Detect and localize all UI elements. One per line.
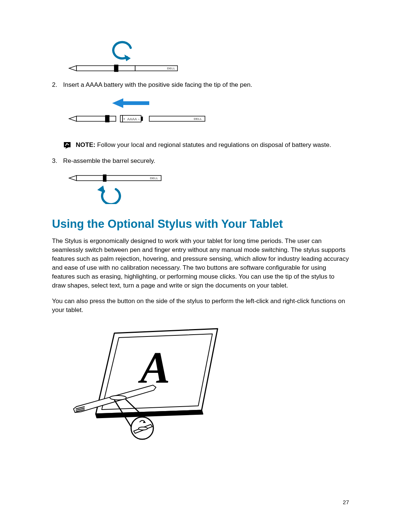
section-paragraph-1: The Stylus is ergonomically designed to … [52, 237, 349, 290]
svg-marker-7 [69, 116, 76, 121]
section-heading: Using the Optional Stylus with Your Tabl… [52, 217, 349, 231]
svg-rect-8 [76, 116, 105, 121]
step-text: Re-assemble the barrel securely. [63, 157, 349, 165]
page-number: 27 [343, 499, 349, 505]
svg-point-28 [110, 395, 126, 400]
svg-rect-18 [103, 175, 106, 181]
drawn-letter: A [138, 343, 170, 392]
battery-type-label: AAAA [127, 117, 137, 121]
svg-rect-10 [109, 116, 116, 121]
svg-marker-6 [112, 98, 149, 108]
step-number: 3. [52, 157, 63, 165]
step-3: 3. Re-assemble the barrel securely. [52, 157, 349, 165]
pen-brand-label: DELL [194, 117, 202, 121]
battery-minus: − [138, 117, 140, 121]
svg-marker-20 [97, 185, 105, 193]
section-paragraph-2: You can also press the button on the sid… [52, 297, 349, 315]
svg-rect-2 [76, 66, 114, 71]
step-2: 2. Insert a AAAA battery with the positi… [52, 81, 349, 89]
document-page: DELL 2. Insert a AAAA battery with the p… [0, 0, 401, 532]
svg-marker-0 [124, 55, 131, 61]
svg-rect-4 [118, 66, 135, 71]
svg-rect-17 [76, 175, 103, 181]
figure-reassemble: DELL [68, 171, 349, 204]
svg-rect-13 [141, 117, 143, 121]
pen-brand-label: DELL [167, 67, 175, 70]
figure-insert-battery: + AAAA − DELL [68, 95, 349, 128]
note-icon [63, 141, 71, 152]
svg-point-33 [138, 427, 147, 430]
note-container: NOTE: Follow your local and regional sta… [52, 135, 349, 154]
figure-stylus-tablet: A [70, 321, 349, 440]
step-text: Insert a AAAA battery with the positive … [63, 81, 349, 89]
pen-brand-label: DELL [150, 177, 158, 180]
note-text: Follow your local and regional statutes … [97, 141, 331, 148]
svg-marker-1 [69, 66, 76, 71]
svg-rect-3 [114, 65, 118, 72]
battery-plus: + [123, 117, 125, 121]
svg-marker-15 [64, 142, 71, 149]
svg-rect-11 [120, 115, 123, 122]
svg-marker-16 [69, 175, 76, 181]
step-number: 2. [52, 81, 63, 89]
note-label: NOTE: [76, 141, 97, 148]
svg-rect-9 [105, 115, 109, 122]
figure-open-barrel: DELL [68, 40, 349, 74]
